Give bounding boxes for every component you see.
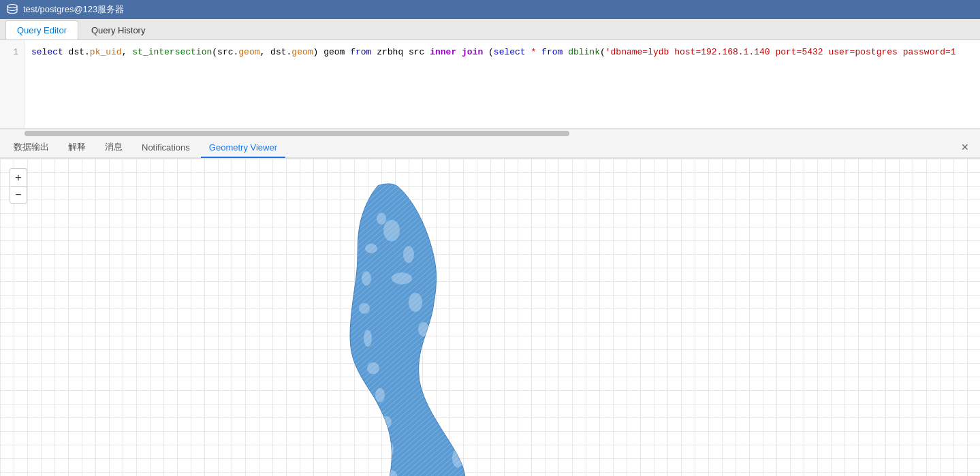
bottom-tabs: 数据输出 解释 消息 Notifications Geometry Viewer… — [0, 137, 980, 159]
svg-point-5 — [409, 293, 422, 312]
svg-point-17 — [362, 271, 371, 285]
db-icon — [7, 3, 18, 16]
svg-point-4 — [392, 272, 412, 285]
tab-messages[interactable]: 消息 — [97, 137, 131, 157]
svg-point-16 — [365, 244, 377, 253]
svg-point-0 — [7, 4, 17, 7]
svg-point-10 — [445, 426, 460, 440]
zoom-out-button[interactable]: − — [10, 186, 27, 204]
svg-point-8 — [424, 377, 441, 390]
svg-point-23 — [385, 442, 394, 456]
svg-point-3 — [403, 246, 414, 263]
line-number-1: 1 — [0, 46, 24, 59]
svg-point-7 — [423, 345, 432, 367]
svg-point-15 — [377, 212, 386, 225]
svg-point-18 — [359, 303, 370, 314]
tab-query-editor[interactable]: Query Editor — [5, 20, 78, 39]
svg-point-22 — [381, 416, 392, 428]
code-area[interactable]: select dst.pk_uid, st_intersection(src.g… — [25, 40, 980, 128]
tab-explain[interactable]: 解释 — [60, 137, 94, 157]
tab-bar: Query Editor Query History — [0, 19, 980, 40]
tab-geometry-viewer[interactable]: Geometry Viewer — [201, 138, 285, 158]
zoom-controls: + − — [10, 168, 27, 204]
geometry-viewer[interactable]: + − — [0, 159, 980, 476]
line-numbers: 1 — [0, 40, 25, 128]
editor-area[interactable]: 1 select dst.pk_uid, st_intersection(src… — [0, 40, 980, 129]
svg-point-19 — [364, 330, 372, 347]
svg-point-21 — [375, 388, 385, 402]
editor-scrollbar[interactable] — [0, 129, 980, 137]
tab-data-output[interactable]: 数据输出 — [5, 137, 57, 157]
main-content: 1 select dst.pk_uid, st_intersection(src… — [0, 40, 980, 476]
tab-notifications[interactable]: Notifications — [133, 138, 198, 157]
svg-point-20 — [367, 362, 379, 375]
scrollbar-thumb[interactable] — [25, 131, 569, 136]
svg-point-9 — [437, 398, 449, 416]
title-text: test/postgres@123服务器 — [23, 3, 124, 16]
zoom-in-button[interactable]: + — [10, 168, 27, 186]
tab-query-history[interactable]: Query History — [80, 20, 157, 39]
svg-point-11 — [452, 449, 463, 468]
svg-point-2 — [383, 220, 400, 242]
title-bar: test/postgres@123服务器 — [0, 0, 980, 19]
close-panel-button[interactable]: ✕ — [955, 142, 975, 153]
geometry-shape — [0, 159, 980, 476]
